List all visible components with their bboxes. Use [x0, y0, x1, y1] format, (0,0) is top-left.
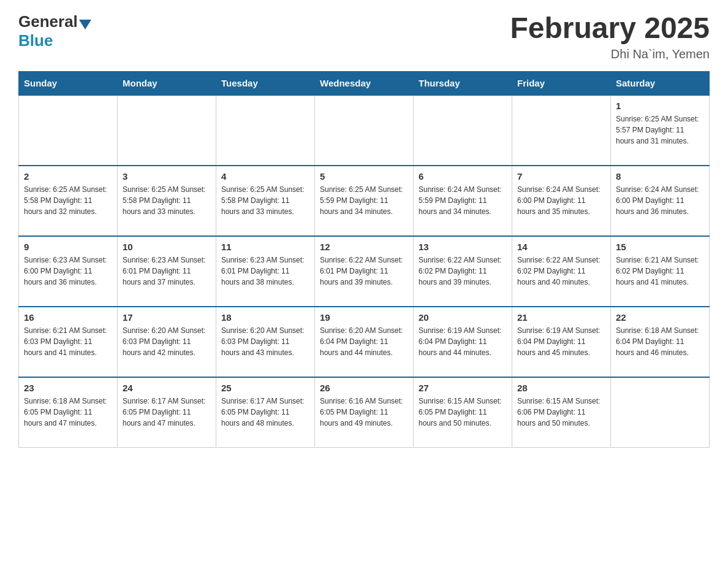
table-row [315, 95, 414, 166]
table-row: 1Sunrise: 6:25 AM Sunset: 5:57 PM Daylig… [611, 95, 710, 166]
table-row: 23Sunrise: 6:18 AM Sunset: 6:05 PM Dayli… [19, 377, 118, 448]
day-number: 28 [517, 383, 605, 393]
table-row [118, 95, 216, 166]
day-info: Sunrise: 6:22 AM Sunset: 6:01 PM Dayligh… [320, 255, 408, 288]
day-info: Sunrise: 6:21 AM Sunset: 6:03 PM Dayligh… [24, 325, 112, 358]
day-number: 11 [221, 242, 309, 252]
table-row: 13Sunrise: 6:22 AM Sunset: 6:02 PM Dayli… [414, 236, 512, 307]
table-row: 27Sunrise: 6:15 AM Sunset: 6:05 PM Dayli… [414, 377, 512, 448]
day-info: Sunrise: 6:17 AM Sunset: 6:05 PM Dayligh… [221, 396, 309, 429]
table-row: 9Sunrise: 6:23 AM Sunset: 6:00 PM Daylig… [19, 236, 118, 307]
table-row: 17Sunrise: 6:20 AM Sunset: 6:03 PM Dayli… [118, 307, 216, 377]
day-number: 26 [320, 383, 408, 393]
calendar-week-row: 9Sunrise: 6:23 AM Sunset: 6:00 PM Daylig… [19, 236, 710, 307]
day-number: 5 [320, 171, 408, 182]
day-info: Sunrise: 6:22 AM Sunset: 6:02 PM Dayligh… [517, 255, 605, 288]
day-info: Sunrise: 6:15 AM Sunset: 6:06 PM Dayligh… [517, 396, 605, 429]
day-number: 4 [221, 171, 309, 182]
month-title: February 2025 [510, 12, 710, 45]
table-row: 25Sunrise: 6:17 AM Sunset: 6:05 PM Dayli… [216, 377, 315, 448]
day-info: Sunrise: 6:20 AM Sunset: 6:03 PM Dayligh… [123, 325, 211, 358]
day-info: Sunrise: 6:19 AM Sunset: 6:04 PM Dayligh… [517, 325, 605, 358]
day-number: 7 [517, 171, 605, 182]
table-row: 28Sunrise: 6:15 AM Sunset: 6:06 PM Dayli… [512, 377, 611, 448]
day-info: Sunrise: 6:25 AM Sunset: 5:58 PM Dayligh… [221, 184, 309, 217]
logo-triangle-icon [79, 20, 91, 29]
day-info: Sunrise: 6:23 AM Sunset: 6:01 PM Dayligh… [123, 255, 211, 288]
table-row: 15Sunrise: 6:21 AM Sunset: 6:02 PM Dayli… [611, 236, 710, 307]
day-number: 20 [419, 312, 507, 323]
day-number: 19 [320, 312, 408, 323]
day-number: 22 [616, 312, 704, 323]
day-info: Sunrise: 6:24 AM Sunset: 5:59 PM Dayligh… [419, 184, 507, 217]
day-number: 27 [419, 383, 507, 393]
day-info: Sunrise: 6:23 AM Sunset: 6:00 PM Dayligh… [24, 255, 112, 288]
col-friday: Friday [512, 71, 611, 95]
day-number: 16 [24, 312, 112, 323]
day-info: Sunrise: 6:21 AM Sunset: 6:02 PM Dayligh… [616, 255, 704, 288]
table-row [414, 95, 512, 166]
day-info: Sunrise: 6:24 AM Sunset: 6:00 PM Dayligh… [616, 184, 704, 217]
table-row: 21Sunrise: 6:19 AM Sunset: 6:04 PM Dayli… [512, 307, 611, 377]
col-wednesday: Wednesday [315, 71, 414, 95]
table-row [512, 95, 611, 166]
calendar-week-row: 2Sunrise: 6:25 AM Sunset: 5:58 PM Daylig… [19, 166, 710, 236]
table-row: 10Sunrise: 6:23 AM Sunset: 6:01 PM Dayli… [118, 236, 216, 307]
day-number: 25 [221, 383, 309, 393]
day-info: Sunrise: 6:17 AM Sunset: 6:05 PM Dayligh… [123, 396, 211, 429]
day-info: Sunrise: 6:15 AM Sunset: 6:05 PM Dayligh… [419, 396, 507, 429]
col-sunday: Sunday [19, 71, 118, 95]
table-row: 24Sunrise: 6:17 AM Sunset: 6:05 PM Dayli… [118, 377, 216, 448]
title-area: February 2025 Dhi Na`im, Yemen [510, 12, 710, 61]
day-info: Sunrise: 6:25 AM Sunset: 5:58 PM Dayligh… [123, 184, 211, 217]
day-number: 8 [616, 171, 704, 182]
table-row [216, 95, 315, 166]
table-row: 11Sunrise: 6:23 AM Sunset: 6:01 PM Dayli… [216, 236, 315, 307]
table-row: 22Sunrise: 6:18 AM Sunset: 6:04 PM Dayli… [611, 307, 710, 377]
day-number: 14 [517, 242, 605, 252]
table-row: 19Sunrise: 6:20 AM Sunset: 6:04 PM Dayli… [315, 307, 414, 377]
day-info: Sunrise: 6:25 AM Sunset: 5:57 PM Dayligh… [616, 113, 704, 147]
day-info: Sunrise: 6:25 AM Sunset: 5:58 PM Dayligh… [24, 184, 112, 217]
day-number: 2 [24, 171, 112, 182]
table-row: 4Sunrise: 6:25 AM Sunset: 5:58 PM Daylig… [216, 166, 315, 236]
table-row: 7Sunrise: 6:24 AM Sunset: 6:00 PM Daylig… [512, 166, 611, 236]
logo-blue-text: Blue [18, 31, 53, 50]
day-number: 23 [24, 383, 112, 393]
table-row: 18Sunrise: 6:20 AM Sunset: 6:03 PM Dayli… [216, 307, 315, 377]
day-info: Sunrise: 6:19 AM Sunset: 6:04 PM Dayligh… [419, 325, 507, 358]
day-number: 24 [123, 383, 211, 393]
table-row: 2Sunrise: 6:25 AM Sunset: 5:58 PM Daylig… [19, 166, 118, 236]
table-row: 14Sunrise: 6:22 AM Sunset: 6:02 PM Dayli… [512, 236, 611, 307]
day-number: 1 [616, 101, 704, 111]
table-row: 26Sunrise: 6:16 AM Sunset: 6:05 PM Dayli… [315, 377, 414, 448]
day-info: Sunrise: 6:20 AM Sunset: 6:03 PM Dayligh… [221, 325, 309, 358]
table-row: 12Sunrise: 6:22 AM Sunset: 6:01 PM Dayli… [315, 236, 414, 307]
table-row: 8Sunrise: 6:24 AM Sunset: 6:00 PM Daylig… [611, 166, 710, 236]
table-row: 3Sunrise: 6:25 AM Sunset: 5:58 PM Daylig… [118, 166, 216, 236]
table-row [19, 95, 118, 166]
calendar-week-row: 1Sunrise: 6:25 AM Sunset: 5:57 PM Daylig… [19, 95, 710, 166]
table-row: 16Sunrise: 6:21 AM Sunset: 6:03 PM Dayli… [19, 307, 118, 377]
col-thursday: Thursday [414, 71, 512, 95]
col-saturday: Saturday [611, 71, 710, 95]
day-number: 17 [123, 312, 211, 323]
calendar-header-row: Sunday Monday Tuesday Wednesday Thursday… [19, 71, 710, 95]
logo-general-text: General [18, 12, 78, 31]
day-info: Sunrise: 6:24 AM Sunset: 6:00 PM Dayligh… [517, 184, 605, 217]
table-row: 6Sunrise: 6:24 AM Sunset: 5:59 PM Daylig… [414, 166, 512, 236]
page-header: General Blue February 2025 Dhi Na`im, Ye… [18, 12, 710, 61]
day-number: 12 [320, 242, 408, 252]
location: Dhi Na`im, Yemen [510, 47, 710, 61]
table-row: 20Sunrise: 6:19 AM Sunset: 6:04 PM Dayli… [414, 307, 512, 377]
logo: General Blue [18, 12, 93, 50]
day-number: 15 [616, 242, 704, 252]
day-number: 21 [517, 312, 605, 323]
day-info: Sunrise: 6:20 AM Sunset: 6:04 PM Dayligh… [320, 325, 408, 358]
day-number: 6 [419, 171, 507, 182]
table-row [611, 377, 710, 448]
day-number: 13 [419, 242, 507, 252]
col-tuesday: Tuesday [216, 71, 315, 95]
calendar-week-row: 16Sunrise: 6:21 AM Sunset: 6:03 PM Dayli… [19, 307, 710, 377]
day-info: Sunrise: 6:18 AM Sunset: 6:05 PM Dayligh… [24, 396, 112, 429]
